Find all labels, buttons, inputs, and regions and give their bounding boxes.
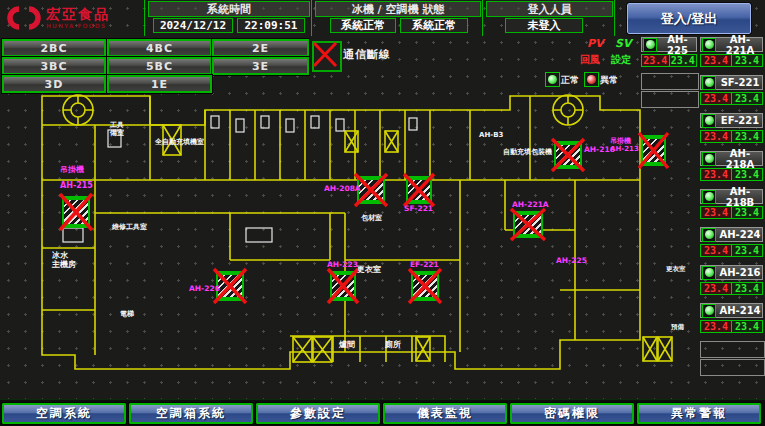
unit-tile-ah-221a[interactable]: AH-221A <box>700 37 763 52</box>
pv-value: 23.4 <box>701 55 732 66</box>
led-glyph <box>705 154 714 163</box>
unit-tile-ah-218b[interactable]: AH-218B <box>700 189 763 204</box>
unit-values-ah-218a: 23.423.4 <box>700 168 763 181</box>
nav-button-2[interactable]: 空調箱系統 <box>129 403 253 424</box>
led-glyph <box>705 116 714 125</box>
nav-button-5[interactable]: 密碼權限 <box>510 403 634 424</box>
room-label: 更衣室 <box>357 266 381 275</box>
unit-name-label: AH-218B <box>718 186 762 208</box>
nav-button-6[interactable]: 異常警報 <box>637 403 761 424</box>
hmi-screen: 宏亞食品 HUNYA FOODS 系統時間 2024/12/12 22:09:5… <box>0 0 765 426</box>
led-glyph <box>705 40 714 49</box>
empty-tile <box>641 73 699 90</box>
room-label: 電梯 <box>120 311 134 319</box>
unit-tile-ef-221[interactable]: EF-221 <box>700 113 763 128</box>
unit-tile-ah-224[interactable]: AH-224 <box>700 227 763 242</box>
offline-unit-icon[interactable] <box>216 271 244 301</box>
unit-values-ef-221: 23.423.4 <box>700 130 763 143</box>
bottom-navigation: 空調系統空調箱系統參數設定儀表監視密碼權限異常警報 <box>0 399 765 426</box>
status-led-icon <box>643 38 657 52</box>
room-label: 廁所 <box>385 341 401 350</box>
offline-unit-icon[interactable] <box>641 135 666 166</box>
unit-tile-sf-221[interactable]: SF-221 <box>700 75 763 90</box>
sv-value: 23.4 <box>732 169 762 180</box>
unit-name-label: AH-214 <box>718 305 762 316</box>
offline-unit-icon[interactable] <box>513 211 543 238</box>
pv-value: 23.4 <box>701 321 732 332</box>
empty-tile <box>700 341 765 358</box>
unit-name-label: AH-218A <box>718 148 762 170</box>
equipment-label: 吊掛機 AH-213 <box>610 138 639 153</box>
empty-tile <box>641 91 699 108</box>
unit-values-sf-221: 23.423.4 <box>700 92 763 105</box>
equipment-label: AH-225 <box>556 257 587 265</box>
room-label: 自動充填包裝機 <box>503 149 552 157</box>
unit-tile-ah-216[interactable]: AH-216 <box>700 265 763 280</box>
sv-value: 23.4 <box>732 131 762 142</box>
pv-value: 23.4 <box>701 245 732 256</box>
led-glyph <box>705 306 714 315</box>
offline-unit-icon[interactable] <box>406 176 432 204</box>
room-label: 包材室 <box>361 215 382 223</box>
status-led-icon <box>702 304 716 318</box>
offline-unit-icon[interactable] <box>357 176 385 204</box>
status-led-icon <box>702 76 716 90</box>
led-glyph <box>705 268 714 277</box>
sv-value: 23.4 <box>670 55 697 66</box>
unit-tile-ah-225[interactable]: AH-225 <box>641 37 697 52</box>
room-label: AH-B3 <box>479 132 503 140</box>
unit-name-label: EF-221 <box>718 115 762 126</box>
status-led-icon <box>702 190 716 204</box>
unit-name-label: AH-221A <box>718 34 762 56</box>
unit-values-ah-218b: 23.423.4 <box>700 206 763 219</box>
unit-name-label: AH-216 <box>718 267 762 278</box>
nav-button-3[interactable]: 參數設定 <box>256 403 380 424</box>
pv-value: 23.4 <box>701 93 732 104</box>
room-label: 全自動充填機室 <box>155 139 204 147</box>
unit-values-ah-216: 23.423.4 <box>700 282 763 295</box>
status-led-icon <box>702 114 716 128</box>
pv-value: 23.4 <box>642 55 670 66</box>
unit-name-label: AH-224 <box>718 229 762 240</box>
unit-values-ah-214: 23.423.4 <box>700 320 763 333</box>
equipment-label: 吊掛機 <box>60 166 84 175</box>
unit-values-ah-225: 23.423.4 <box>641 54 697 67</box>
status-led-icon <box>702 152 716 166</box>
nav-button-4[interactable]: 儀表監視 <box>383 403 507 424</box>
pv-value: 23.4 <box>701 169 732 180</box>
sv-value: 23.4 <box>732 93 762 104</box>
pv-value: 23.4 <box>701 131 732 142</box>
led-glyph <box>705 230 714 239</box>
unit-values-ah-224: 23.423.4 <box>700 244 763 257</box>
offline-unit-icon[interactable] <box>554 141 582 169</box>
status-led-icon <box>702 266 716 280</box>
room-label: 工具 備室 <box>110 122 124 137</box>
sv-value: 23.4 <box>732 55 762 66</box>
equipment-label: AH-223 <box>327 261 358 269</box>
status-led-icon <box>702 228 716 242</box>
room-label: 更衣室 <box>666 266 686 273</box>
equipment-label: EF-221 <box>410 261 439 269</box>
pv-value: 23.4 <box>701 283 732 294</box>
equipment-label: AH-221A <box>512 201 549 209</box>
equipment-label: AH-215 <box>60 182 93 191</box>
room-label: 維修工具室 <box>112 224 147 232</box>
room-label: 預備 <box>671 324 684 331</box>
unit-tile-ah-214[interactable]: AH-214 <box>700 303 763 318</box>
nav-button-1[interactable]: 空調系統 <box>2 403 126 424</box>
status-led-icon <box>702 38 716 52</box>
sv-value: 23.4 <box>732 321 762 332</box>
offline-unit-icon[interactable] <box>330 271 356 301</box>
offline-unit-icon[interactable] <box>62 196 90 228</box>
equipment-label: SF-221 <box>404 205 433 213</box>
sv-value: 23.4 <box>732 207 762 218</box>
unit-tile-ah-218a[interactable]: AH-218A <box>700 151 763 166</box>
led-glyph <box>705 192 714 201</box>
led-glyph <box>705 78 714 87</box>
unit-name-label: AH-225 <box>659 34 696 56</box>
offline-unit-icon[interactable] <box>411 271 439 301</box>
room-label: 冰水 主機房 <box>52 252 76 270</box>
pv-value: 23.4 <box>701 207 732 218</box>
equipment-label: AH-208A <box>324 185 361 193</box>
unit-name-label: SF-221 <box>718 77 762 88</box>
